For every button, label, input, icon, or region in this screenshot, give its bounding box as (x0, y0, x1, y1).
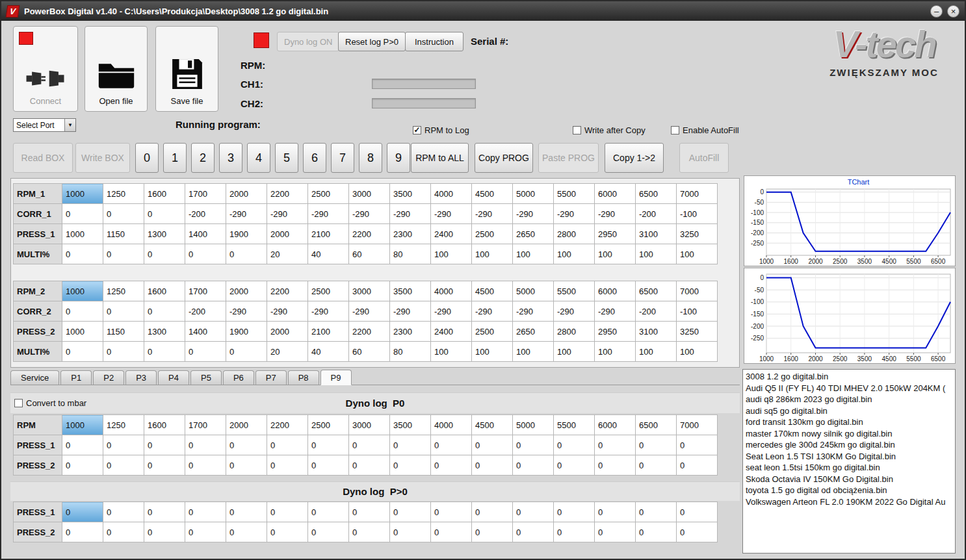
table-cell[interactable]: 0 (144, 502, 185, 522)
file-item[interactable]: audi sq5 go digital.bin (743, 405, 955, 417)
table-cell[interactable]: 60 (349, 244, 390, 264)
table-cell[interactable]: 0 (62, 301, 103, 322)
file-item[interactable]: master 170km nowy silnik go digital.bin (743, 428, 955, 440)
program-button-0[interactable]: 0 (135, 143, 159, 173)
table-cell[interactable]: -200 (636, 204, 677, 224)
tab-p1[interactable]: P1 (60, 370, 92, 385)
table-cell[interactable]: 0 (636, 435, 677, 455)
table-cell[interactable]: 1700 (185, 281, 226, 301)
tab-service[interactable]: Service (10, 370, 59, 385)
file-item[interactable]: ford transit 130km go digital.bin (743, 416, 955, 428)
table-cell[interactable]: -200 (185, 301, 226, 322)
table-cell[interactable]: 1600 (144, 281, 185, 301)
table-cell[interactable]: -290 (267, 301, 308, 322)
program-button-2[interactable]: 2 (191, 143, 215, 173)
table-cell[interactable]: 0 (308, 455, 349, 476)
file-item[interactable]: Skoda Octavia IV 150KM Go Digital.bin (743, 474, 955, 485)
table-cell[interactable]: -290 (390, 301, 431, 322)
table-cell[interactable]: 0 (554, 435, 595, 455)
rpm-to-log-checkbox[interactable]: RPM to Log (413, 125, 469, 135)
table-cell[interactable]: 0 (677, 435, 718, 455)
table-cell[interactable]: 3500 (390, 415, 431, 435)
table-cell[interactable]: 3000 (349, 184, 390, 204)
write-after-copy-checkbox[interactable]: Write after Copy (573, 125, 646, 135)
table-cell[interactable]: 0 (472, 502, 513, 522)
table-cell[interactable]: 3500 (390, 184, 431, 204)
table-cell[interactable]: 1000 (62, 184, 103, 204)
table-cell[interactable]: -290 (431, 301, 472, 322)
table-cell[interactable]: 1400 (185, 224, 226, 244)
table-cell[interactable]: 2200 (267, 281, 308, 301)
table-cell[interactable]: 0 (677, 502, 718, 522)
table-cell[interactable]: 1000 (62, 281, 103, 301)
table-cell[interactable]: 100 (554, 342, 595, 362)
table-cell[interactable]: 100 (554, 244, 595, 264)
table-cell[interactable]: 0 (185, 455, 226, 476)
table-cell[interactable]: 2000 (267, 322, 308, 342)
table-cell[interactable]: 0 (349, 435, 390, 455)
file-item[interactable]: seat leon 1.5tsi 150km go digital.bin (743, 462, 955, 474)
tab-p7[interactable]: P7 (255, 370, 287, 385)
table-cell[interactable]: -290 (349, 301, 390, 322)
instruction-button[interactable]: Instruction (405, 32, 463, 51)
table-cell[interactable]: 6500 (636, 281, 677, 301)
table-cell[interactable]: 2000 (226, 415, 267, 435)
table-cell[interactable]: 0 (144, 522, 185, 542)
table-cell[interactable]: 0 (513, 522, 554, 542)
table-cell[interactable]: 4500 (472, 184, 513, 204)
table-cell[interactable]: 2500 (308, 281, 349, 301)
table-cell[interactable]: 2400 (431, 322, 472, 342)
title-bar[interactable]: V PowerBox Digital v1.40 - C:\Users\Prod… (1, 1, 965, 21)
table-cell[interactable]: -290 (595, 301, 636, 322)
table-cell[interactable]: 1250 (103, 184, 144, 204)
table-cell[interactable]: 0 (308, 502, 349, 522)
table-cell[interactable]: 3100 (636, 224, 677, 244)
tab-p8[interactable]: P8 (288, 370, 319, 385)
table-cell[interactable]: -200 (185, 204, 226, 224)
table-cell[interactable]: 6000 (595, 281, 636, 301)
table-cell[interactable]: 2800 (554, 224, 595, 244)
table-cell[interactable]: -290 (349, 204, 390, 224)
table-cell[interactable]: 0 (431, 435, 472, 455)
table-cell[interactable]: 0 (677, 522, 718, 542)
table-cell[interactable]: 100 (472, 342, 513, 362)
table-cell[interactable]: 2000 (267, 224, 308, 244)
table-cell[interactable]: 1700 (185, 415, 226, 435)
table-cell[interactable]: 0 (103, 502, 144, 522)
tab-p9[interactable]: P9 (320, 370, 352, 385)
table-cell[interactable]: 3000 (349, 415, 390, 435)
tab-p2[interactable]: P2 (93, 370, 124, 385)
open-file-button[interactable]: Open file (85, 26, 148, 112)
table-cell[interactable]: 0 (267, 455, 308, 476)
tab-p4[interactable]: P4 (158, 370, 189, 385)
checkbox-box[interactable] (573, 126, 581, 134)
table-cell[interactable]: 0 (103, 244, 144, 264)
table-cell[interactable]: 0 (595, 455, 636, 476)
table-cell[interactable]: 3100 (636, 322, 677, 342)
table-cell[interactable]: 100 (513, 244, 554, 264)
enable-autofill-checkbox[interactable]: Enable AutoFill (671, 125, 739, 135)
table-cell[interactable]: 0 (267, 522, 308, 542)
table-cell[interactable]: 100 (431, 244, 472, 264)
table-cell[interactable]: 0 (103, 522, 144, 542)
table-cell[interactable]: 4000 (431, 415, 472, 435)
table-cell[interactable]: 0 (226, 455, 267, 476)
table-cell[interactable]: 4000 (431, 281, 472, 301)
table-cell[interactable]: 1150 (103, 224, 144, 244)
table-cell[interactable]: 0 (636, 502, 677, 522)
table-cell[interactable]: -100 (677, 204, 718, 224)
table-cell[interactable]: 1300 (144, 322, 185, 342)
table-cell[interactable]: 0 (554, 502, 595, 522)
program-button-7[interactable]: 7 (331, 143, 354, 173)
table-cell[interactable]: 2500 (308, 184, 349, 204)
checkbox-box[interactable] (671, 126, 679, 134)
checkbox-box[interactable] (14, 399, 23, 407)
table-cell[interactable]: -290 (472, 301, 513, 322)
table-cell[interactable]: 2500 (308, 415, 349, 435)
table-cell[interactable]: 0 (144, 204, 185, 224)
table-cell[interactable]: 0 (103, 204, 144, 224)
table-cell[interactable]: 100 (431, 342, 472, 362)
table-cell[interactable]: 5500 (554, 184, 595, 204)
table-cell[interactable]: -290 (308, 301, 349, 322)
table-cell[interactable]: 1600 (144, 415, 185, 435)
